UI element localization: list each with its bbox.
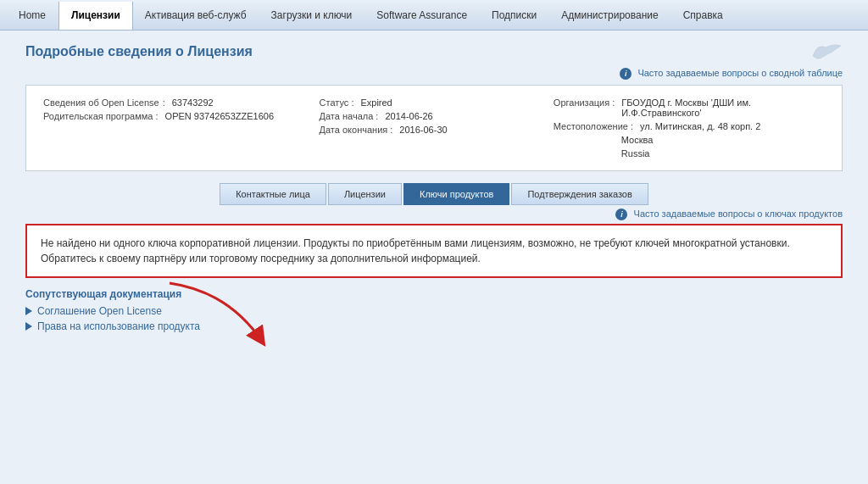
start-date-field: Дата начала : 2014-06-26: [320, 111, 528, 121]
triangle-icon-2: [25, 322, 32, 331]
tab-order-confirmations[interactable]: Подтверждения заказов: [511, 183, 648, 205]
nav-subscriptions[interactable]: Подписки: [480, 0, 549, 30]
nav-help[interactable]: Справка: [671, 0, 736, 30]
alert-container: Не найдено ни одного ключа корпоративной…: [25, 224, 843, 278]
nav-licenses[interactable]: Лицензии: [58, 2, 133, 30]
org-field: Организация : ГБОУДОД г. Москвы 'ДШИ им.…: [554, 97, 825, 118]
main-content: Подробные сведения о Лицензия i Часто за…: [0, 31, 868, 484]
parent-program-field: Родительская программа : OPEN 93742653ZZ…: [43, 111, 294, 121]
nav-admin[interactable]: Администрирование: [549, 0, 670, 30]
doc-link-usage-rights[interactable]: Права на использование продукта: [25, 320, 843, 332]
open-license-field: Сведения об Open License : 63743292: [43, 97, 294, 108]
license-details-box: Сведения об Open License : 63743292 Роди…: [25, 85, 843, 171]
nav-home[interactable]: Home: [7, 0, 58, 30]
alert-box: Не найдено ни одного ключа корпоративной…: [25, 224, 843, 278]
nav-webactivation[interactable]: Активация веб-служб: [133, 0, 259, 30]
arrow-icon: [161, 275, 331, 359]
info-icon: i: [620, 68, 632, 80]
tab-contacts[interactable]: Контактные лица: [220, 183, 326, 205]
city-field: Москва: [554, 135, 825, 145]
docs-section-title: Сопутствующая документация: [25, 288, 843, 300]
status-field: Статус : Expired: [320, 97, 528, 108]
page-title: Подробные сведения о Лицензия: [25, 39, 843, 59]
tab-licenses[interactable]: Лицензии: [328, 183, 402, 205]
doc-link-open-license[interactable]: Соглашение Open License: [25, 305, 843, 317]
bird-icon: [809, 39, 843, 64]
location-field: Местоположение : ул. Митинская, д. 48 ко…: [554, 121, 825, 131]
nav-downloads[interactable]: Загрузки и ключи: [259, 0, 365, 30]
tab-product-keys[interactable]: Ключи продуктов: [403, 183, 509, 205]
end-date-field: Дата окончания : 2016-06-30: [320, 125, 528, 135]
info-keys-icon: i: [615, 209, 627, 220]
tabs-row: Контактные лица Лицензии Ключи продуктов…: [25, 183, 843, 205]
triangle-icon-1: [25, 307, 32, 315]
faq-summary-link[interactable]: i Часто задаваемые вопросы о сводной таб…: [25, 68, 843, 80]
nav-bar: Home Лицензии Активация веб-служб Загруз…: [0, 0, 868, 31]
country-field: Russia: [554, 148, 825, 159]
nav-software-assurance[interactable]: Software Assurance: [364, 0, 480, 30]
faq-keys-link[interactable]: i Часто задаваемые вопросы о ключах прод…: [25, 209, 843, 220]
